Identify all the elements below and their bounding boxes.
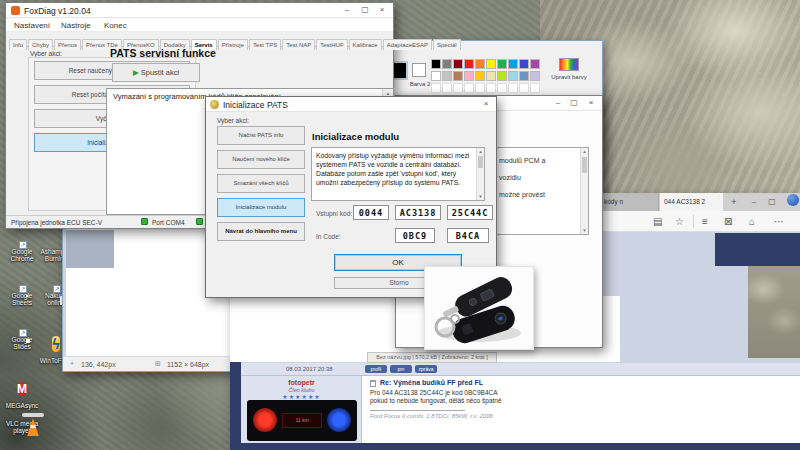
- edit-colors-button[interactable]: Upravit barvy: [545, 74, 593, 81]
- run-action-button[interactable]: ▶ Spustit akci: [112, 63, 200, 82]
- post-date: 08.03.2017 20:38: [286, 366, 333, 372]
- color-swatch[interactable]: [453, 59, 463, 69]
- scroll-up-icon[interactable]: ▲: [581, 148, 588, 155]
- edge-tab-2-active[interactable]: 044 AC3138 2: [660, 193, 723, 211]
- foxdiag-tab[interactable]: Kalibrace: [349, 39, 382, 50]
- action-list-label: Vyber akci:: [217, 117, 249, 124]
- color-swatch[interactable]: [508, 59, 518, 69]
- init-module-button[interactable]: Inicializace modulu: [217, 198, 305, 217]
- attachment-caption[interactable]: Bez názvu.jpg | 570,2 kB | Zobrazeno: 2 …: [367, 352, 497, 363]
- document-textarea[interactable]: modulů PCM a vozidlu možné provést ▲ ▼: [493, 147, 589, 235]
- foxdiag-tab[interactable]: Info: [9, 39, 27, 50]
- color-swatch[interactable]: [453, 71, 463, 81]
- color-swatch[interactable]: [431, 71, 441, 81]
- desktop-icon-vlc[interactable]: VLC media player: [2, 418, 42, 434]
- edit-colors-icon[interactable]: [559, 58, 579, 71]
- document-scrollbar[interactable]: ▲ ▼: [580, 148, 588, 234]
- close-button[interactable]: ×: [583, 96, 599, 110]
- color-swatch[interactable]: [530, 71, 540, 81]
- outcode-field-1[interactable]: 0044: [353, 205, 389, 220]
- incode-field-2[interactable]: B4CA: [447, 228, 489, 243]
- desktop-icon-megasync[interactable]: M MEGAsync: [2, 378, 42, 409]
- color-swatch[interactable]: [442, 83, 452, 93]
- minimize-button[interactable]: –: [746, 195, 762, 209]
- maximize-button[interactable]: ▢: [566, 96, 582, 110]
- color-swatch[interactable]: [508, 71, 518, 81]
- dialog-titlebar[interactable]: Inicializace PATS ×: [206, 97, 496, 112]
- color-swatch[interactable]: [519, 83, 529, 93]
- author-name[interactable]: fotopetr: [241, 379, 362, 386]
- maximize-button[interactable]: ▢: [357, 3, 373, 17]
- color-swatch[interactable]: [442, 59, 452, 69]
- more-options-icon[interactable]: ⋯: [774, 211, 784, 232]
- paint-color2-swatch[interactable]: [412, 63, 426, 77]
- edge-tab-1[interactable]: kódy n: [600, 193, 659, 211]
- scrollbar-thumb[interactable]: [478, 156, 483, 168]
- close-button[interactable]: ×: [374, 3, 390, 17]
- scroll-down-icon[interactable]: ▼: [581, 227, 588, 234]
- color-swatch[interactable]: [442, 71, 452, 81]
- foxdiag-tab[interactable]: Test NAP: [282, 39, 315, 50]
- new-tab-button[interactable]: +: [727, 193, 741, 211]
- post-title[interactable]: Re: Výměna budíků FF před FL: [380, 379, 483, 386]
- foxdiag-titlebar[interactable]: FoxDiag v1.20.04 – ▢ ×: [6, 3, 393, 18]
- learn-new-key-button[interactable]: Naučení nového klíče: [217, 150, 305, 169]
- read-pats-info-button[interactable]: Načíst PATS info: [217, 126, 305, 145]
- scroll-down-icon[interactable]: ▼: [477, 193, 484, 200]
- color-swatch[interactable]: [497, 59, 507, 69]
- foxdiag-tab[interactable]: Speciál: [433, 39, 461, 50]
- foxdiag-tab[interactable]: Test TPS: [249, 39, 281, 50]
- favorites-star-icon[interactable]: ☆: [675, 211, 684, 232]
- scroll-up-icon[interactable]: ▲: [477, 148, 484, 155]
- pm-button[interactable]: pm: [390, 365, 412, 373]
- outcode-field-2[interactable]: AC3138: [395, 205, 441, 220]
- color-swatch[interactable]: [464, 71, 474, 81]
- color-swatch[interactable]: [508, 83, 518, 93]
- color-swatch[interactable]: [475, 59, 485, 69]
- color-swatch[interactable]: [497, 83, 507, 93]
- color-swatch[interactable]: [530, 59, 540, 69]
- color-swatch[interactable]: [530, 83, 540, 93]
- close-button[interactable]: ×: [478, 97, 494, 111]
- foxdiag-tab[interactable]: TestHUF: [316, 39, 347, 50]
- action-list-label: Vyber akci:: [30, 50, 62, 57]
- foxdiag-tab[interactable]: AdaptaceESAP: [383, 39, 432, 50]
- color-swatch[interactable]: [431, 83, 441, 93]
- foxdiag-tab[interactable]: Chyby: [28, 39, 53, 50]
- color-swatch[interactable]: [486, 59, 496, 69]
- hub-icon[interactable]: ≡: [702, 211, 708, 232]
- color-swatch[interactable]: [431, 59, 441, 69]
- message-button[interactable]: zpráva: [415, 365, 437, 373]
- menu-nastaveni[interactable]: Nastavení: [14, 21, 50, 30]
- web-note-icon[interactable]: ⊠: [724, 211, 732, 232]
- color-swatch[interactable]: [486, 71, 496, 81]
- signature-divider: [370, 410, 465, 411]
- profile-button[interactable]: profil: [365, 365, 387, 373]
- color-swatch[interactable]: [475, 71, 485, 81]
- color-swatch[interactable]: [497, 71, 507, 81]
- toolbar-divider: [693, 215, 694, 228]
- maximize-button[interactable]: ▢: [764, 195, 780, 209]
- erase-all-keys-button[interactable]: Smazání všech klíčů: [217, 174, 305, 193]
- color-swatch[interactable]: [519, 59, 529, 69]
- menu-nastroje[interactable]: Nástroje: [61, 21, 91, 30]
- color-swatch[interactable]: [519, 71, 529, 81]
- foxdiag-tab[interactable]: Přenos: [54, 39, 81, 50]
- return-to-menu-button[interactable]: Návrat do hlavního menu: [217, 222, 305, 241]
- reading-view-icon[interactable]: ▤: [653, 211, 662, 232]
- share-icon[interactable]: ⌂: [749, 211, 755, 232]
- minimize-button[interactable]: –: [339, 3, 355, 17]
- incode-field-1[interactable]: 0BC9: [395, 228, 435, 243]
- outcode-field-3[interactable]: 25C44C: [447, 205, 493, 220]
- color-swatch[interactable]: [464, 59, 474, 69]
- color-swatch[interactable]: [486, 83, 496, 93]
- menu-konec[interactable]: Konec: [104, 21, 127, 30]
- color-swatch[interactable]: [464, 83, 474, 93]
- minimize-button[interactable]: –: [550, 96, 566, 110]
- dashboard-thumbnail[interactable]: 11 km: [247, 400, 357, 441]
- dialog-scrollbar[interactable]: ▲ ▼: [476, 148, 484, 200]
- foxdiag-tab[interactable]: Přístroje: [218, 39, 248, 50]
- scrollbar-thumb[interactable]: [582, 157, 587, 173]
- color-swatch[interactable]: [475, 83, 485, 93]
- color-swatch[interactable]: [453, 83, 463, 93]
